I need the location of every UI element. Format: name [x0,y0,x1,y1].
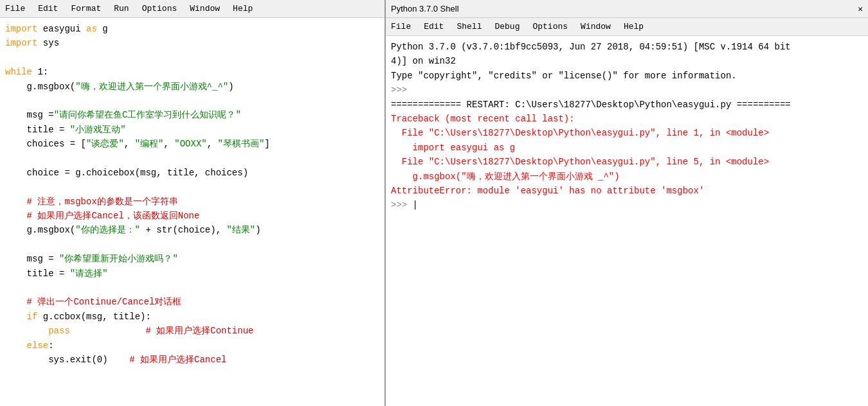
shell-menubar: File Edit Shell Debug Options Window Hel… [386,18,868,36]
shell-menu-edit[interactable]: Edit [421,21,446,33]
shell-menu-options[interactable]: Options [530,21,570,33]
shell-menu-help[interactable]: Help [621,21,646,33]
menu-run[interactable]: Run [111,3,131,15]
shell-menu-shell[interactable]: Shell [454,21,484,33]
menu-format[interactable]: Format [68,3,104,15]
shell-panel: Python 3.7.0 Shell ✕ File Edit Shell Deb… [386,0,868,406]
editor-panel: File Edit Format Run Options Window Help… [0,0,386,406]
menu-help[interactable]: Help [230,3,255,15]
menu-edit[interactable]: Edit [35,3,60,15]
menu-options[interactable]: Options [140,3,180,15]
shell-menu-file[interactable]: File [388,21,413,33]
menu-file[interactable]: File [3,3,28,15]
shell-close-button[interactable]: ✕ [858,4,863,14]
shell-title-text: Python 3.7.0 Shell [391,4,459,13]
shell-content-area[interactable]: Python 3.7.0 (v3.7.0:1bf9cc5093, Jun 27 … [386,36,868,406]
menu-window[interactable]: Window [187,3,222,15]
editor-code-area[interactable]: import easygui as g import sys while 1: … [0,18,384,406]
editor-menubar: File Edit Format Run Options Window Help [0,0,384,18]
shell-menu-debug[interactable]: Debug [492,21,522,33]
shell-titlebar: Python 3.7.0 Shell ✕ [386,0,868,18]
shell-menu-window[interactable]: Window [578,21,613,33]
